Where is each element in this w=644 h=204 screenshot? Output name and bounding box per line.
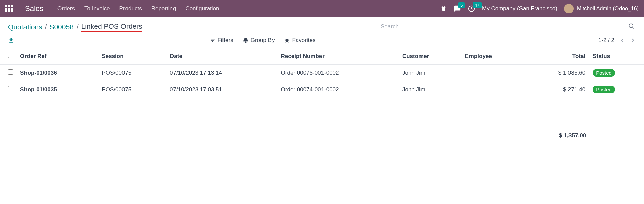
- footer-row: $ 1,357.00: [0, 126, 644, 145]
- group-by-button[interactable]: Group By: [243, 37, 275, 44]
- cell-receipt: Order 00075-001-0002: [278, 65, 399, 81]
- nav-products[interactable]: Products: [119, 5, 142, 12]
- table-row[interactable]: Shop-01/0035 POS/00075 07/10/2023 17:03:…: [0, 81, 644, 98]
- breadcrumb-record[interactable]: S00058: [49, 23, 73, 31]
- cell-order-ref: Shop-01/0036: [17, 65, 98, 81]
- export-icon[interactable]: [8, 37, 15, 44]
- row-checkbox[interactable]: [8, 86, 13, 91]
- cell-session: POS/00075: [98, 65, 166, 81]
- search-input[interactable]: [379, 21, 636, 32]
- control-panel: Quotations / S00058 / Linked POS Orders …: [0, 17, 644, 48]
- cp-bottom: Filters Group By Favorites 1-2 / 2: [8, 37, 636, 48]
- th-employee[interactable]: Employee: [462, 48, 525, 65]
- row-checkbox[interactable]: [8, 69, 13, 75]
- nav-right: 5 47 My Company (San Francisco) Mitchell…: [440, 4, 639, 13]
- nav-to-invoice[interactable]: To Invoice: [84, 5, 110, 12]
- breadcrumb-separator: /: [77, 23, 79, 31]
- nav-configuration[interactable]: Configuration: [185, 5, 219, 12]
- th-order-ref[interactable]: Order Ref: [17, 48, 98, 65]
- table: Order Ref Session Date Receipt Number Cu…: [0, 48, 644, 145]
- cell-date: 07/10/2023 17:03:51: [166, 81, 278, 98]
- th-receipt[interactable]: Receipt Number: [278, 48, 399, 65]
- filters-button[interactable]: Filters: [210, 37, 233, 44]
- cell-employee: [462, 65, 525, 81]
- status-badge: Posted: [593, 86, 615, 93]
- bug-icon[interactable]: [440, 5, 447, 12]
- breadcrumb-current: Linked POS Orders: [81, 22, 142, 32]
- chat-icon[interactable]: 5: [454, 5, 461, 12]
- cell-employee: [462, 81, 525, 98]
- cell-customer: John Jim: [399, 81, 462, 98]
- th-status[interactable]: Status: [589, 48, 644, 65]
- cell-session: POS/00075: [98, 81, 166, 98]
- breadcrumb-quotations[interactable]: Quotations: [8, 23, 42, 31]
- th-customer[interactable]: Customer: [399, 48, 462, 65]
- th-session[interactable]: Session: [98, 48, 166, 65]
- cell-date: 07/10/2023 17:13:14: [166, 65, 278, 81]
- filter-group: Filters Group By Favorites: [210, 37, 315, 44]
- pager-next-icon[interactable]: [630, 37, 636, 44]
- search-icon[interactable]: [628, 23, 635, 29]
- cell-total: $ 1,085.60: [525, 65, 589, 81]
- cell-customer: John Jim: [399, 65, 462, 81]
- footer-total: $ 1,357.00: [525, 126, 589, 145]
- cp-top: Quotations / S00058 / Linked POS Orders: [8, 21, 636, 32]
- nav-orders[interactable]: Orders: [57, 5, 75, 12]
- pager-text: 1-2 / 2: [598, 37, 614, 44]
- breadcrumb: Quotations / S00058 / Linked POS Orders: [8, 22, 142, 32]
- cell-total: $ 271.40: [525, 81, 589, 98]
- user-menu[interactable]: Mitchell Admin (Odoo_16): [564, 4, 639, 13]
- breadcrumb-separator: /: [45, 23, 47, 31]
- pager-prev-icon[interactable]: [619, 37, 625, 44]
- activity-icon[interactable]: 47: [468, 5, 475, 12]
- th-total[interactable]: Total: [525, 48, 589, 65]
- avatar: [564, 4, 574, 13]
- status-badge: Posted: [593, 69, 615, 77]
- favorites-label: Favorites: [292, 37, 315, 44]
- nav-reporting[interactable]: Reporting: [151, 5, 176, 12]
- filters-label: Filters: [217, 37, 233, 44]
- nav-left: Sales Orders To Invoice Products Reporti…: [5, 4, 219, 13]
- search-wrap: [379, 21, 636, 32]
- spacer-row: [0, 98, 644, 126]
- cell-receipt: Order 00074-001-0002: [278, 81, 399, 98]
- svg-point-1: [629, 24, 633, 28]
- company-selector[interactable]: My Company (San Francisco): [482, 5, 557, 12]
- group-by-label: Group By: [251, 37, 275, 44]
- table-header-row: Order Ref Session Date Receipt Number Cu…: [0, 48, 644, 65]
- navbar: Sales Orders To Invoice Products Reporti…: [0, 0, 644, 17]
- select-all-checkbox[interactable]: [8, 53, 13, 58]
- th-date[interactable]: Date: [166, 48, 278, 65]
- cell-order-ref: Shop-01/0035: [17, 81, 98, 98]
- brand-label[interactable]: Sales: [25, 4, 43, 13]
- pager: 1-2 / 2: [598, 37, 636, 44]
- user-name: Mitchell Admin (Odoo_16): [577, 6, 639, 12]
- table-row[interactable]: Shop-01/0036 POS/00075 07/10/2023 17:13:…: [0, 65, 644, 81]
- chat-badge: 5: [458, 2, 465, 8]
- activity-badge: 47: [473, 2, 481, 8]
- apps-icon[interactable]: [5, 5, 13, 12]
- favorites-button[interactable]: Favorites: [284, 37, 315, 44]
